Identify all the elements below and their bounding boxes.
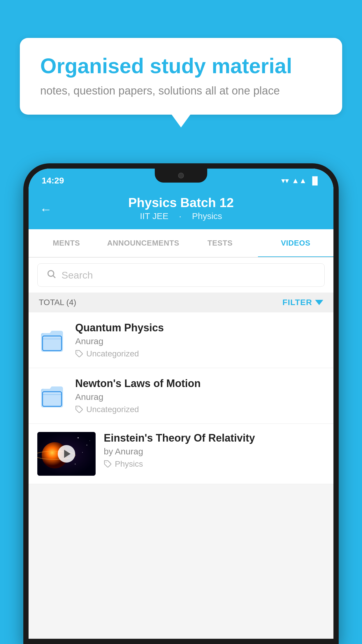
svg-rect-4 (43, 336, 61, 351)
video-author: Anurag (75, 392, 325, 402)
svg-point-16 (89, 440, 90, 441)
svg-point-13 (78, 437, 79, 438)
svg-point-14 (87, 445, 87, 446)
search-icon (46, 269, 56, 281)
filter-row: TOTAL (4) FILTER (29, 293, 333, 312)
video-author: by Anurag (104, 447, 325, 456)
subtitle-physics: Physics (192, 211, 222, 221)
item-icon-wrap (37, 384, 66, 408)
tab-tests[interactable]: TESTS (182, 230, 258, 258)
total-count: TOTAL (4) (39, 298, 76, 307)
app-header: ← Physics Batch 12 IIT JEE · Physics (29, 190, 333, 229)
tab-videos[interactable]: VIDEOS (258, 230, 333, 258)
video-tag: Uncategorized (75, 405, 325, 414)
subtitle-iitjee: IIT JEE (140, 211, 168, 221)
filter-button[interactable]: FILTER (282, 298, 323, 307)
play-button[interactable] (58, 445, 75, 463)
list-item[interactable]: Newton's Laws of Motion Anurag Uncategor… (29, 368, 333, 424)
tag-label: Uncategorized (86, 349, 139, 358)
video-thumbnail (37, 432, 96, 476)
camera-dot (178, 173, 184, 178)
thumb-background (37, 432, 96, 476)
status-time: 14:29 (42, 176, 64, 186)
phone-inner: 14:29 ▾▾ ▲▲ ▐▌ ← Physics Batch 12 IIT JE… (29, 169, 333, 639)
video-title: Einstein's Theory Of Relativity (104, 432, 325, 444)
video-info: Newton's Laws of Motion Anurag Uncategor… (75, 377, 325, 414)
phone-frame: 14:29 ▾▾ ▲▲ ▐▌ ← Physics Batch 12 IIT JE… (23, 163, 339, 644)
header-title: Physics Batch 12 (40, 195, 322, 210)
video-title: Newton's Laws of Motion (75, 377, 325, 390)
video-author: Anurag (75, 336, 325, 346)
folder-icon (41, 384, 63, 408)
folder-icon (41, 328, 63, 353)
tab-ments[interactable]: MENTS (29, 230, 104, 258)
back-button[interactable]: ← (40, 202, 52, 216)
svg-point-15 (82, 452, 83, 453)
video-info: Quantum Physics Anurag Uncategorized (75, 322, 325, 358)
video-tag: Uncategorized (75, 349, 325, 358)
video-list: Quantum Physics Anurag Uncategorized (29, 312, 333, 484)
subtitle-separator: · (179, 211, 181, 221)
signal-icon: ▲▲ (292, 176, 307, 185)
video-tag: Physics (104, 459, 325, 469)
filter-label: FILTER (282, 298, 312, 307)
tabs-bar: MENTS ANNOUNCEMENTS TESTS VIDEOS (29, 229, 333, 258)
search-placeholder: Search (61, 270, 93, 281)
speech-bubble: Organised study material notes, question… (20, 38, 342, 115)
wifi-icon: ▾▾ (281, 176, 289, 185)
svg-rect-8 (43, 392, 61, 406)
tag-label: Physics (115, 459, 143, 469)
bubble-subtitle: notes, question papers, solutions all at… (40, 85, 322, 97)
svg-line-1 (53, 276, 55, 278)
tag-icon (75, 350, 83, 358)
filter-icon (315, 300, 323, 305)
bubble-title: Organised study material (40, 54, 322, 78)
video-title: Quantum Physics (75, 322, 325, 334)
video-info: Einstein's Theory Of Relativity by Anura… (104, 432, 325, 469)
header-subtitle: IIT JEE · Physics (40, 211, 322, 221)
tag-icon (104, 460, 112, 468)
svg-point-17 (75, 464, 76, 465)
search-container: Search (29, 258, 333, 293)
tag-icon (75, 405, 83, 414)
battery-icon: ▐▌ (310, 176, 320, 185)
tab-announcements[interactable]: ANNOUNCEMENTS (104, 230, 182, 258)
search-box[interactable]: Search (37, 263, 325, 287)
list-item[interactable]: Quantum Physics Anurag Uncategorized (29, 312, 333, 368)
item-icon-wrap (37, 328, 66, 353)
phone-notch (155, 169, 207, 183)
list-item[interactable]: Einstein's Theory Of Relativity by Anura… (29, 424, 333, 484)
status-icons: ▾▾ ▲▲ ▐▌ (281, 176, 320, 185)
tag-label: Uncategorized (86, 405, 139, 414)
play-icon (64, 450, 71, 458)
